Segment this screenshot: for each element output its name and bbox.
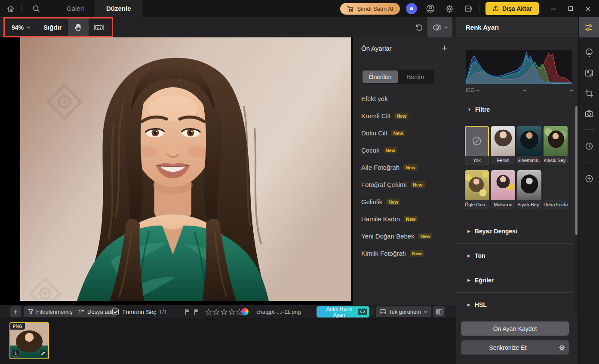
ruler-tool-button[interactable] bbox=[89, 18, 109, 36]
filter-thumbnail[interactable]: Yok bbox=[465, 126, 489, 165]
compare-button[interactable] bbox=[427, 17, 452, 37]
star-icon[interactable] bbox=[213, 309, 220, 315]
preset-item[interactable]: Fotoğraf ÇekimiNew bbox=[353, 176, 456, 193]
minimize-button[interactable] bbox=[545, 0, 562, 17]
filter-thumbnail[interactable]: Makaron bbox=[491, 170, 515, 209]
format-badge: PNG bbox=[10, 323, 25, 330]
portrait-retouch-tool[interactable] bbox=[579, 43, 599, 63]
account-button[interactable] bbox=[423, 1, 438, 16]
sync-settings-button[interactable] bbox=[555, 340, 569, 355]
add-preset-button[interactable]: + bbox=[442, 44, 447, 52]
divider bbox=[584, 162, 594, 162]
add-more-tool[interactable] bbox=[579, 168, 599, 189]
close-button[interactable] bbox=[579, 0, 596, 17]
export-button[interactable]: Dışa Aktar bbox=[485, 2, 539, 15]
select-all-label: Tümünü Seç bbox=[122, 309, 156, 315]
filter-thumbnail[interactable]: Sinematik... bbox=[517, 126, 541, 165]
split-view-button[interactable] bbox=[433, 306, 445, 317]
home-button[interactable] bbox=[3, 1, 18, 16]
tab-mine[interactable]: Benim bbox=[398, 70, 433, 83]
undo-icon bbox=[415, 23, 423, 32]
chevron-down-icon bbox=[424, 311, 427, 313]
star-icon[interactable] bbox=[228, 309, 235, 315]
filter-thumbnail[interactable]: Ferah bbox=[491, 126, 515, 165]
preset-item-label: Kimlik Fotoğrafı bbox=[361, 250, 406, 257]
scrollbar-thumb[interactable] bbox=[575, 106, 577, 235]
undo-button[interactable] bbox=[410, 17, 427, 37]
panel-scrollbar[interactable] bbox=[575, 104, 577, 315]
preset-item[interactable]: Hamile KadınNew bbox=[353, 210, 456, 227]
divider bbox=[584, 129, 594, 130]
preset-item[interactable]: Aile FotoğrafıNew bbox=[353, 159, 456, 176]
instant-toggle-icon[interactable]: <> bbox=[358, 309, 367, 315]
preset-tabs: Önerilen Benim bbox=[362, 70, 434, 84]
maximize-button[interactable] bbox=[562, 0, 579, 17]
image-thumbnail[interactable]: PNG 1 bbox=[9, 322, 49, 359]
save-preset-button[interactable]: Ön Ayarı Kaydet bbox=[461, 321, 569, 336]
portrait-image bbox=[20, 37, 351, 301]
camera-tool[interactable] bbox=[579, 103, 599, 123]
search-button[interactable] bbox=[29, 1, 43, 16]
color-label-wheel[interactable] bbox=[241, 308, 249, 315]
sort-by-button[interactable]: Dosya adı bbox=[75, 306, 117, 317]
zoom-level-dropdown[interactable]: 94% bbox=[5, 18, 32, 36]
settings-button[interactable] bbox=[442, 1, 457, 16]
flag-pick-icon[interactable] bbox=[184, 309, 191, 315]
section-title: Beyaz Dengesi bbox=[475, 228, 517, 235]
preset-item[interactable]: Kimlik FotoğrafıNew bbox=[353, 245, 456, 262]
clock-icon bbox=[584, 141, 594, 151]
home-icon bbox=[6, 4, 15, 13]
buy-now-button[interactable]: Şimdi Satın Al bbox=[340, 3, 400, 15]
section-e-riler[interactable]: ▶Eğriler bbox=[456, 268, 573, 293]
add-image-button[interactable]: + bbox=[10, 306, 21, 317]
logout-button[interactable] bbox=[461, 1, 476, 16]
filter-thumbnail[interactable]: Klasik Sey... bbox=[544, 126, 568, 165]
star-icon[interactable] bbox=[221, 309, 227, 315]
star-rating bbox=[205, 306, 243, 317]
select-all-checkbox[interactable] bbox=[112, 309, 119, 315]
preset-item[interactable]: Efekt yok bbox=[353, 90, 456, 107]
tab-edit[interactable]: Düzenle bbox=[95, 0, 142, 17]
preset-item[interactable]: GelinlikNew bbox=[353, 193, 456, 210]
image-canvas[interactable] bbox=[0, 37, 353, 305]
titlebar: Galeri Düzenle Şimdi Satın Al bbox=[0, 0, 599, 17]
view-mode-button[interactable]: Tek görünüm bbox=[376, 306, 431, 317]
discord-button[interactable] bbox=[404, 1, 419, 16]
flag-reject-icon[interactable] bbox=[193, 309, 200, 315]
photo-effects-tool[interactable] bbox=[579, 63, 599, 83]
account-icon bbox=[426, 4, 435, 13]
color-adjust-tool[interactable] bbox=[579, 17, 599, 37]
canvas-toolbar: 94% Sığdır bbox=[0, 17, 456, 37]
preset-item[interactable]: Yeni Doğan BebekNew bbox=[353, 227, 456, 245]
export-label: Dışa Aktar bbox=[502, 5, 532, 12]
crop-tool[interactable] bbox=[579, 83, 599, 103]
section-title: Eğriler bbox=[475, 277, 494, 284]
instant-color-button[interactable]: Anlık Renk Ayarı <> bbox=[317, 306, 369, 317]
tab-recommended[interactable]: Önerilen bbox=[362, 70, 398, 83]
section-ton[interactable]: ▶Ton bbox=[456, 244, 573, 268]
titlebar-divider bbox=[22, 5, 22, 12]
new-badge: New bbox=[394, 113, 409, 119]
tab-gallery[interactable]: Galeri bbox=[55, 0, 95, 17]
hand-tool-button[interactable] bbox=[68, 18, 89, 36]
titlebar-divider bbox=[479, 5, 479, 12]
fit-button[interactable]: Sığdır bbox=[40, 18, 65, 36]
history-tool[interactable] bbox=[579, 136, 599, 156]
collapse-arrow-icon: ▶ bbox=[467, 229, 470, 233]
section-hsl[interactable]: ▶HSL bbox=[456, 293, 573, 317]
filter-section-header[interactable]: ▼ Filtre bbox=[467, 106, 490, 113]
filter-thumbnail[interactable]: Öğle Gün... bbox=[465, 170, 489, 209]
edited-pencil-icon bbox=[40, 350, 46, 357]
sync-button[interactable]: Senkronize Et bbox=[461, 340, 555, 355]
star-icon[interactable] bbox=[205, 309, 212, 315]
preset-item[interactable]: Doku CiltNew bbox=[353, 124, 456, 141]
filter-thumbnail[interactable]: Daha Fazla bbox=[544, 170, 568, 209]
section-beyaz-dengesi[interactable]: ▶Beyaz Dengesi bbox=[456, 219, 573, 244]
filter-thumbnail[interactable]: Siyah-Bey... bbox=[517, 170, 541, 209]
preset-item[interactable]: Kremli CiltNew bbox=[353, 107, 456, 124]
filter-preview bbox=[517, 126, 541, 156]
preset-item[interactable]: ÇocukNew bbox=[353, 141, 456, 159]
filter-preview bbox=[544, 126, 568, 156]
filter-images-button[interactable]: Filtrelenmemiş bbox=[24, 306, 77, 317]
gear-icon bbox=[559, 344, 565, 351]
